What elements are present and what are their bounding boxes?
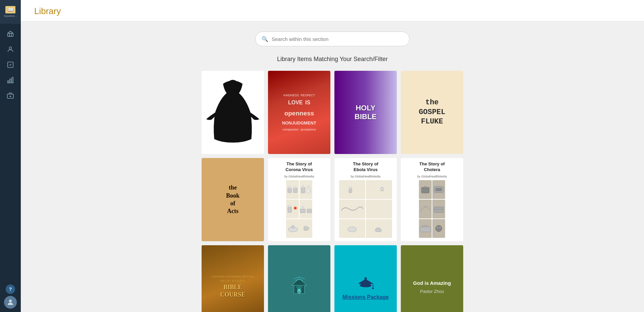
story-cell [300, 200, 312, 218]
svg-point-49 [298, 289, 300, 291]
library-item-corona-virus[interactable]: The Story ofCorona Virus by GlobalHealth… [268, 158, 330, 241]
story-illustration [346, 224, 359, 233]
library-item-ebola-virus[interactable]: The Story ofEbola Virus by GlobalHealthM… [334, 158, 397, 241]
story-cell [339, 200, 365, 218]
library-item-radio-church[interactable] [268, 245, 330, 312]
svg-rect-42 [420, 227, 431, 232]
story-cell [286, 200, 299, 218]
sidebar-bottom: ? [4, 284, 17, 312]
library-item-gospel-fluke[interactable]: theGOSPELFLUKE [401, 71, 463, 154]
story-illustration [419, 224, 432, 233]
story-cell [419, 219, 432, 238]
svg-rect-6 [10, 79, 11, 83]
svg-point-11 [9, 300, 12, 302]
story-illustration [339, 204, 365, 214]
svg-point-16 [294, 186, 297, 188]
radio-church-image [287, 275, 311, 299]
ebola-virus-title: The Story ofEbola Virus [353, 161, 378, 173]
book-of-acts-text: theBookofActs [226, 184, 239, 215]
help-button[interactable]: ? [6, 284, 15, 294]
reports-icon [7, 76, 14, 84]
svg-point-39 [424, 206, 426, 208]
story-illustration [419, 185, 432, 194]
svg-rect-15 [293, 188, 297, 193]
logo-icon: 📖 [5, 6, 15, 13]
story-cell [432, 180, 445, 199]
gospel-fluke-text: theGOSPELFLUKE [419, 98, 445, 127]
story-cell [286, 180, 299, 199]
sidebar-item-people[interactable] [3, 42, 17, 56]
ebola-virus-grid [339, 180, 392, 238]
library-item-book-of-acts[interactable]: theBookofActs [202, 158, 264, 241]
svg-rect-0 [8, 33, 13, 36]
svg-point-3 [9, 47, 11, 49]
packages-icon [7, 92, 14, 99]
search-bar: 🔍 [255, 32, 410, 46]
svg-rect-55 [372, 288, 374, 289]
main-content: Library 🔍 Library Items Matching Your Se… [21, 0, 644, 312]
story-cell [286, 219, 312, 238]
svg-point-36 [424, 186, 426, 188]
search-icon: 🔍 [262, 36, 268, 42]
svg-point-18 [302, 185, 304, 188]
sidebar-logo[interactable]: 📖 Equalear... [0, 0, 21, 23]
svg-rect-13 [288, 188, 291, 193]
svg-rect-22 [288, 207, 291, 212]
library-item-holy-bible[interactable]: HOLYBIBLE [334, 71, 397, 154]
story-cell [366, 200, 392, 218]
avatar-icon [6, 298, 14, 306]
corona-virus-grid [286, 180, 312, 238]
ebola-virus-by: by GlobalHealthMedia [351, 175, 381, 178]
svg-rect-5 [8, 81, 9, 83]
story-cell [432, 200, 445, 218]
story-illustration [419, 204, 432, 214]
svg-point-23 [288, 205, 291, 207]
story-illustration [373, 185, 385, 194]
cholera-title: The Story ofCholera [419, 161, 445, 173]
svg-point-44 [437, 227, 438, 228]
logo-text: Equalear... [4, 14, 17, 17]
svg-rect-20 [307, 187, 311, 193]
story-cell [419, 200, 432, 218]
sidebar-item-reports[interactable] [3, 73, 17, 87]
svg-rect-7 [12, 77, 13, 83]
user-avatar[interactable] [4, 296, 17, 309]
missions-package-image [354, 273, 377, 291]
cholera-grid [419, 180, 445, 238]
story-cell [366, 219, 392, 238]
svg-rect-17 [301, 187, 305, 193]
pastor-zhou-subtitle: Pastor Zhou [420, 289, 444, 294]
svg-rect-29 [307, 209, 312, 213]
pastor-zhou-title: God is Amazing [413, 280, 451, 287]
library-item-cholera[interactable]: The Story ofCholera by GlobalHealthMedia [401, 158, 463, 241]
search-input[interactable] [272, 36, 403, 42]
svg-point-33 [381, 187, 384, 190]
svg-point-14 [288, 186, 291, 188]
story-cell [339, 219, 365, 238]
page-title: Library [34, 6, 631, 16]
library-item-bible-course[interactable]: UPDATED EXPANDED EDITION SELF-STUDY BIBL… [202, 245, 264, 312]
cholera-by: by GlobalHealthMedia [417, 175, 447, 178]
sidebar-item-tasks[interactable] [3, 58, 17, 72]
library-item-pastor-zhou[interactable]: God is Amazing Pastor Zhou [401, 245, 463, 312]
svg-point-32 [349, 186, 352, 189]
self-study-label: SELF-STUDY [220, 279, 246, 282]
jesus-silhouette-image [206, 77, 259, 148]
story-illustration [286, 204, 299, 214]
svg-point-53 [365, 277, 367, 280]
svg-point-21 [308, 185, 310, 188]
library-grid: KINDNESS RESPECT LOVE IS openness NONJUD… [202, 71, 463, 312]
svg-point-34 [348, 227, 357, 232]
bank-icon [7, 30, 14, 38]
person-icon [7, 46, 14, 53]
svg-point-43 [436, 225, 442, 232]
library-item-missions-package[interactable]: Missions Package [334, 245, 397, 312]
sidebar-item-library[interactable] [3, 27, 17, 41]
story-illustration [373, 224, 385, 233]
missions-package-text: Missions Package [342, 294, 389, 301]
svg-rect-35 [422, 187, 429, 193]
library-item-love[interactable]: KINDNESS RESPECT LOVE IS openness NONJUD… [268, 71, 330, 154]
library-item-jesus[interactable] [202, 71, 264, 154]
story-cell [419, 180, 432, 199]
sidebar-item-packages[interactable] [3, 89, 17, 103]
